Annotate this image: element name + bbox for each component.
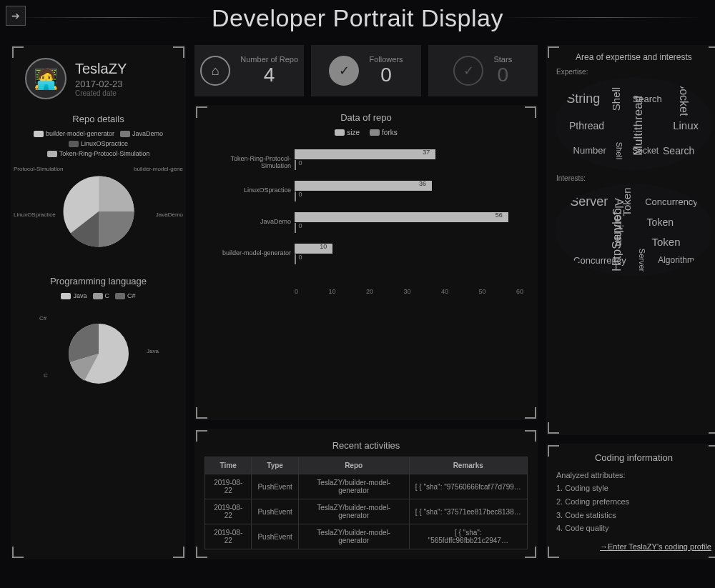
stats-row: ⌂ Number of Repo 4 ✓ Followers 0 ✓ Stars…	[194, 45, 538, 96]
home-icon: ⌂	[200, 56, 230, 86]
interests-wordcloud: ServerTokenConcurrencyAlgorithmTokenHttp…	[555, 184, 713, 276]
repo-bar-chart: Data of repo size forks Token-Ring-Proto…	[194, 105, 538, 420]
lang-title: Programming language	[18, 276, 179, 286]
lang-pie-chart: C# Java C	[18, 304, 179, 404]
activities-table: TimeTypeRepoRemarks 2019-08-22PushEventT…	[204, 457, 528, 549]
check-icon: ✓	[329, 56, 359, 86]
table-row: 2019-08-22PushEventTeslaZY/builder-model…	[205, 499, 528, 524]
repo-legend: builder-model-generator JavaDemo LinuxOS…	[18, 130, 179, 157]
profile-date: 2017-02-23	[75, 79, 127, 89]
avatar: 🧑‍💻	[25, 58, 66, 99]
avatar-icon: 🧑‍💻	[34, 67, 59, 91]
stat-card-followers: ✓ Followers 0	[311, 45, 420, 96]
page-title: Developer Portrait Display	[0, 0, 715, 32]
table-row: 2019-08-22PushEventTeslaZY/builder-model…	[205, 474, 528, 499]
expertise-panel: Area of expertise and interests Expertis…	[546, 45, 715, 435]
stat-card-stars: ✓ Stars 0	[428, 45, 538, 96]
coding-profile-link[interactable]: →Enter TeslaZY's coding profile	[556, 542, 711, 551]
table-row: 2019-08-22PushEventTeslaZY/builder-model…	[205, 524, 528, 549]
repo-details-title: Repo details	[18, 114, 179, 124]
lang-legend: Java C C#	[18, 292, 179, 299]
profile-date-label: Created date	[75, 89, 127, 97]
check-icon: ✓	[453, 56, 483, 86]
expertise-wordcloud: StringShellSearchSocketPthreadMultithrea…	[555, 77, 713, 170]
coding-info-panel: Coding information Analyzed attributes: …	[546, 444, 715, 559]
profile-name: TeslaZY	[75, 61, 127, 77]
activities-panel: Recent activities TimeTypeRepoRemarks 20…	[194, 429, 538, 559]
repo-pie-chart: Protocol-Simulation builder-model-gene L…	[18, 161, 179, 261]
left-panel: 🧑‍💻 TeslaZY 2017-02-23 Created date Repo…	[11, 45, 186, 559]
stat-card-repo: ⌂ Number of Repo 4	[194, 45, 304, 96]
